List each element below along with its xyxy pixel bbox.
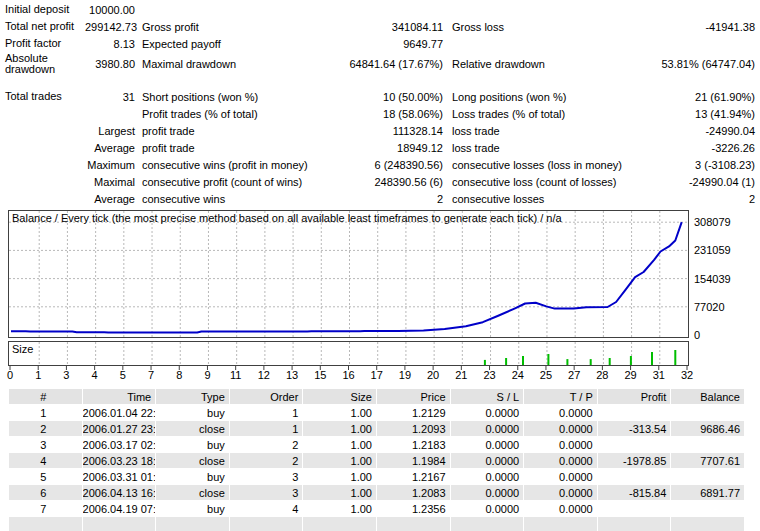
table-cell: 1.2167 — [376, 469, 450, 485]
summary-value: -41941.38 — [632, 21, 760, 33]
table-cell — [671, 437, 745, 453]
table-row[interactable] — [9, 517, 745, 531]
summary-label: Initial deposit — [0, 4, 85, 15]
table-row[interactable]: 32006.03.17 02:00buy21.001.21830.00000.0… — [9, 437, 745, 453]
summary-value: Average — [85, 193, 135, 205]
table-cell: 2006.04.19 07:00 — [82, 501, 156, 517]
table-cell — [597, 517, 671, 531]
summary-value: 18 (58.06%) — [332, 108, 443, 120]
table-cell: 1 — [9, 405, 83, 421]
table-cell — [303, 517, 377, 531]
table-cell: 0.0000 — [524, 421, 598, 437]
table-row[interactable]: 22006.01.27 23:00close11.001.20930.00000… — [9, 421, 745, 437]
x-tick-label: 15 — [306, 369, 334, 381]
summary-value: 21 (61.90%) — [632, 91, 760, 103]
table-cell: 4 — [9, 453, 83, 469]
summary-value: 248390.56 (6) — [332, 176, 443, 188]
table-cell: 1.00 — [303, 469, 377, 485]
table-row[interactable]: 52006.03.31 01:00buy31.001.21670.00000.0… — [9, 469, 745, 485]
y-tick-label: 0 — [694, 329, 754, 341]
table-cell: 5 — [9, 469, 83, 485]
summary-label: Total net profit — [0, 21, 85, 32]
summary-label: Relative drawdown — [452, 58, 632, 70]
summary-value: 3 (-3108.23) — [632, 159, 760, 171]
table-cell: 7 — [9, 501, 83, 517]
x-tick-label: 19 — [391, 369, 419, 381]
summary-row: Initial deposit10000.00 — [0, 1, 760, 18]
table-cell: buy — [156, 437, 230, 453]
x-tick-label: 24 — [504, 369, 532, 381]
summary-value: 31 — [85, 91, 135, 103]
table-cell: 1.00 — [303, 501, 377, 517]
column-header: T / P — [524, 389, 598, 405]
table-cell: buy — [156, 469, 230, 485]
table-cell: -815.84 — [597, 485, 671, 501]
summary-value: 9649.77 — [332, 38, 443, 50]
table-cell — [229, 517, 303, 531]
summary-label: consecutive losses (loss in money) — [452, 159, 632, 171]
table-cell — [376, 517, 450, 531]
column-header: Price — [376, 389, 450, 405]
summary-value: 64841.64 (17.67%) — [332, 58, 443, 70]
table-cell: 0.0000 — [524, 469, 598, 485]
summary-label: profit trade — [142, 142, 332, 154]
table-cell — [597, 405, 671, 421]
y-tick-label: 231059 — [694, 244, 754, 256]
table-cell — [524, 517, 598, 531]
trades-table-header: #TimeTypeOrderSizePriceS / LT / PProfitB… — [9, 389, 745, 405]
summary-label: consecutive losses — [452, 193, 632, 205]
table-cell: 1.00 — [303, 485, 377, 501]
table-cell: 1 — [229, 405, 303, 421]
table-cell: 0.0000 — [450, 485, 524, 501]
table-cell: 1.2129 — [376, 405, 450, 421]
table-cell — [671, 405, 745, 421]
column-header: Size — [303, 389, 377, 405]
chart-title: Balance / Every tick (the most precise m… — [12, 212, 562, 224]
summary-value: -24990.04 — [632, 125, 760, 137]
table-cell — [671, 517, 745, 531]
x-tick-label: 17 — [363, 369, 391, 381]
table-cell: 1.00 — [303, 437, 377, 453]
table-cell: close — [156, 453, 230, 469]
summary-value: 2 — [632, 193, 760, 205]
table-cell: 0.0000 — [450, 405, 524, 421]
table-row[interactable]: 72006.04.19 07:00buy41.001.23560.00000.0… — [9, 501, 745, 517]
x-tick-label: 3 — [52, 369, 80, 381]
table-cell: 2 — [9, 421, 83, 437]
x-tick-label: 32 — [673, 369, 701, 381]
summary-value: 18949.12 — [332, 142, 443, 154]
size-bar — [674, 350, 676, 365]
table-cell: 0.0000 — [450, 453, 524, 469]
summary-label: Maximal drawdown — [142, 58, 332, 70]
table-cell — [597, 501, 671, 517]
x-tick-label: 28 — [588, 369, 616, 381]
size-bars — [9, 342, 688, 365]
x-tick-label: 13 — [278, 369, 306, 381]
summary-label: profit trade — [142, 125, 332, 137]
table-cell: 0.0000 — [524, 501, 598, 517]
x-tick-label: 25 — [532, 369, 560, 381]
table-cell: 1.2183 — [376, 437, 450, 453]
summary-value: 10000.00 — [85, 4, 135, 16]
x-tick-label: 5 — [109, 369, 137, 381]
size-bar — [505, 358, 507, 365]
summary-row: Averageprofit trade18949.12loss trade-32… — [0, 139, 760, 156]
table-row[interactable]: 12006.01.04 22:00buy11.001.21290.00000.0… — [9, 405, 745, 421]
summary-label: loss trade — [452, 142, 632, 154]
summary-value: 53.81% (64747.04) — [632, 58, 760, 70]
table-cell — [156, 517, 230, 531]
summary-value: Maximal — [85, 176, 135, 188]
summary-label: Short positions (won %) — [142, 91, 332, 103]
table-row[interactable]: 62006.04.13 16:00close31.001.20830.00000… — [9, 485, 745, 501]
x-tick-label: 31 — [645, 369, 673, 381]
summary-row: Averageconsecutive wins2consecutive loss… — [0, 190, 760, 207]
summary-value: 111328.14 — [332, 125, 443, 137]
table-cell: 0.0000 — [524, 405, 598, 421]
size-panel: Size — [8, 341, 689, 366]
balance-curve — [9, 211, 688, 337]
table-row[interactable]: 42006.03.23 18:00close21.001.19840.00000… — [9, 453, 745, 469]
table-cell: close — [156, 485, 230, 501]
summary-value: 10 (50.00%) — [332, 91, 443, 103]
table-cell: 0.0000 — [524, 437, 598, 453]
x-tick-label: 8 — [165, 369, 193, 381]
